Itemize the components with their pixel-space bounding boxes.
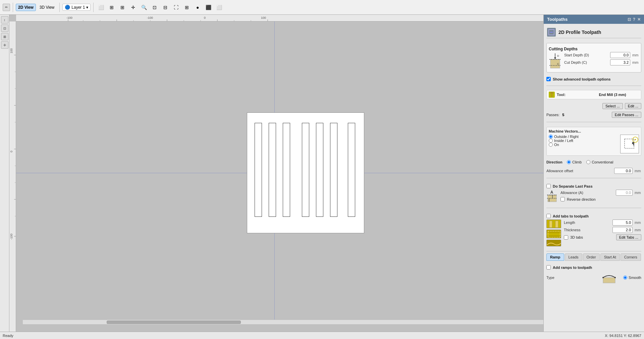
advanced-options-checkbox[interactable] <box>546 77 551 81</box>
window-btn[interactable]: ⬛ <box>204 3 213 12</box>
mv-on-radio[interactable] <box>549 143 553 147</box>
left-tool-1[interactable]: ↕ <box>1 16 8 23</box>
left-panel: ↕ ⊡ ⊞ ✛ <box>0 15 9 332</box>
edit-passes-button[interactable]: Edit Passes ... <box>612 112 641 118</box>
tabs-3d-row: 3D tabs Edit Tabs ... <box>564 234 641 240</box>
cut-depth-unit: mm <box>632 60 639 64</box>
tab-corners[interactable]: Corners <box>621 253 641 261</box>
tabs-length-input[interactable] <box>612 220 633 226</box>
panel-icon-1[interactable]: ⊡ <box>628 17 631 22</box>
grid-btn[interactable]: ⊞ <box>118 3 127 12</box>
panel-help-icon[interactable]: ? <box>633 17 635 22</box>
tab-ramp[interactable]: Ramp <box>546 253 564 261</box>
ramp-type-label: Type <box>546 276 595 280</box>
zoom-region-btn[interactable]: ⊟ <box>161 3 170 12</box>
mv-option-on[interactable]: On <box>549 143 618 147</box>
horizontal-scrollbar[interactable] <box>23 320 543 324</box>
rect-4 <box>302 123 309 217</box>
zoom-fit-btn[interactable]: ⊞ <box>107 3 116 12</box>
sep-last-pass-fields: A Allowance (A) mm <box>546 190 641 203</box>
tabs-fields: Length mm Thickness mm 3D tabs <box>546 220 641 246</box>
svg-rect-54 <box>547 233 561 235</box>
scrollbar-thumb[interactable] <box>107 321 241 324</box>
direction-climb[interactable]: Climb <box>567 160 582 164</box>
ruler-left: 100 0 -100 <box>9 21 16 332</box>
sep-allowance-unit: mm <box>635 191 641 195</box>
panel-close-icon[interactable]: ✕ <box>637 17 641 22</box>
window2-btn[interactable]: ⬜ <box>214 3 224 12</box>
view-2d-button[interactable]: 2D View <box>16 4 36 11</box>
tabs-3d-checkbox[interactable] <box>564 235 568 240</box>
zoom-window-btn[interactable]: ⊡ <box>150 3 159 12</box>
canvas-area[interactable]: -100 -100 0 100 <box>9 15 543 332</box>
tabs-label: Add tabs to toolpath <box>553 214 589 218</box>
dir-climb-radio[interactable] <box>567 160 571 164</box>
tabs-values: Length mm Thickness mm 3D tabs <box>564 220 641 240</box>
separate-last-pass-section: Do Separate Last Pass A <box>546 182 641 204</box>
sep-allowance-row: Allowance (A) mm <box>560 190 641 196</box>
panel-title: Toolpaths <box>547 17 568 22</box>
layer-select[interactable]: 🔵 Layer 1 ▾ <box>62 4 91 11</box>
ramp-section: Add ramps to toolpath Type <box>546 263 641 286</box>
tab-start-at[interactable]: Start At <box>600 253 620 261</box>
cutting-depth-icon: D C <box>549 53 561 70</box>
ramp-checkbox[interactable] <box>546 265 551 270</box>
edit-tabs-button[interactable]: Edit Tabs ... <box>616 234 641 240</box>
draw-icon[interactable]: ✏ <box>3 4 10 11</box>
tabs-thickness-icon <box>546 230 561 238</box>
rect-7 <box>348 123 355 217</box>
tool-section: Tool: End Mill (3 mm) <box>546 90 641 99</box>
toolpath-preview <box>620 135 639 153</box>
cut-depth-input[interactable] <box>610 59 630 65</box>
smooth-radio-row[interactable]: Smooth <box>623 276 641 280</box>
sep-last-pass-checkbox[interactable] <box>546 184 551 188</box>
reverse-direction-checkbox[interactable] <box>560 197 565 201</box>
direction-conventional[interactable]: Conventional <box>586 160 613 164</box>
tabs-length-icon <box>546 220 561 228</box>
ramp-smooth-radio[interactable] <box>623 276 627 280</box>
advanced-options-row: Show advanced toolpath options <box>546 77 641 81</box>
edit-tool-button[interactable]: Edit ... <box>625 103 641 109</box>
tab-leads[interactable]: Leads <box>565 253 582 261</box>
sep-last-pass-row: Do Separate Last Pass <box>546 184 641 188</box>
panel-subtitle-row: 2D Profile Toolpath <box>546 27 641 38</box>
mv-inside-radio[interactable] <box>549 139 553 143</box>
allowance-unit: mm <box>635 169 641 173</box>
allowance-section: Allowance offset mm <box>546 168 641 174</box>
tabs-thickness-unit: mm <box>635 228 641 232</box>
mv-outside-label: Outside / Right <box>554 135 579 139</box>
panel-content: 2D Profile Toolpath Cutting Depths <box>544 24 644 288</box>
vector-btn[interactable]: ⊞ <box>182 3 192 12</box>
snap-btn[interactable]: ✛ <box>128 3 138 12</box>
reverse-direction-label: Reverse direction <box>567 197 596 201</box>
dir-conv-radio[interactable] <box>586 160 590 164</box>
select-tool-btn[interactable]: ⬜ <box>96 3 106 12</box>
bottom-tabs: Ramp Leads Order Start At Corners <box>546 251 641 261</box>
rect-1 <box>255 123 262 217</box>
left-tool-4[interactable]: ✛ <box>1 41 8 49</box>
show-all-btn[interactable]: ● <box>193 3 202 12</box>
tab-order[interactable]: Order <box>583 253 600 261</box>
panel-header-icons: ⊡ ? ✕ <box>628 17 641 22</box>
mv-option-inside[interactable]: Inside / Left <box>549 139 618 143</box>
tabs-3d-label: 3D tabs <box>570 235 583 239</box>
layer-dropdown-icon: ▾ <box>86 5 88 10</box>
select-tool-button[interactable]: Select ... <box>602 103 623 109</box>
drawing-canvas[interactable] <box>16 21 543 324</box>
tabs-thickness-input[interactable] <box>612 227 633 233</box>
left-tool-3[interactable]: ⊞ <box>1 33 8 40</box>
tabs-section: Add tabs to toolpath <box>546 211 641 248</box>
mv-option-outside[interactable]: Outside / Right <box>549 135 618 139</box>
select2-btn[interactable]: ⛶ <box>171 3 181 12</box>
start-depth-input[interactable] <box>610 52 630 58</box>
sep-allowance-input[interactable] <box>616 190 633 196</box>
tabs-checkbox[interactable] <box>546 214 551 218</box>
mv-outside-radio[interactable] <box>549 135 553 139</box>
ramp-type-row: Type Smooth <box>546 271 641 284</box>
coordinates: X: 94.8151 Y: 62.8967 <box>605 334 641 338</box>
main-area: ↕ ⊡ ⊞ ✛ -100 -100 0 100 <box>0 15 644 332</box>
left-tool-2[interactable]: ⊡ <box>1 25 8 32</box>
zoom-in-btn[interactable]: 🔍 <box>139 3 149 12</box>
view-3d-button[interactable]: 3D View <box>37 4 57 11</box>
allowance-input[interactable] <box>614 168 633 174</box>
